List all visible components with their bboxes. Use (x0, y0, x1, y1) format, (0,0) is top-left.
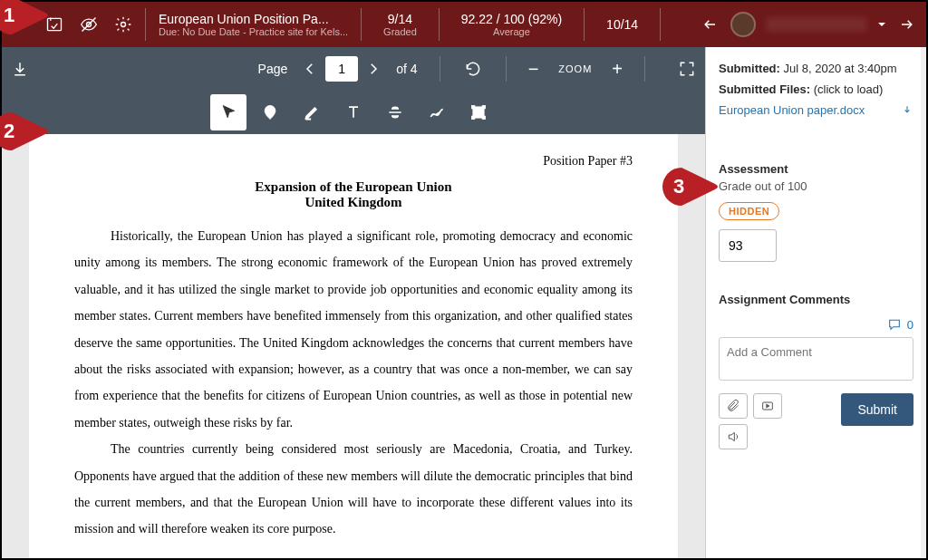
student-name[interactable] (767, 17, 866, 32)
comments-heading: Assignment Comments (719, 293, 914, 306)
paper-number: Position Paper #3 (74, 154, 633, 169)
pointer-tool[interactable] (210, 94, 246, 130)
prev-page-button[interactable] (302, 61, 318, 77)
document-toolbar: Page of 4 − ZOOM + (2, 47, 705, 134)
svg-rect-8 (482, 106, 485, 109)
submitted-file-link[interactable]: European Union paper.docx (719, 103, 865, 117)
audio-comment-button[interactable] (719, 424, 748, 449)
grading-sidebar: Submitted: Jul 8, 2020 at 3:40pm Submitt… (705, 47, 926, 558)
average-label: Average (493, 26, 530, 37)
graded-label: Graded (383, 26, 417, 37)
eye-off-icon[interactable] (80, 15, 98, 34)
page-number-input[interactable] (325, 56, 358, 82)
doc-paragraph-1: Historically, the European Union has pla… (74, 223, 633, 436)
media-comment-button[interactable] (753, 393, 782, 419)
comments-count: 0 (907, 318, 914, 332)
fullscreen-icon[interactable] (678, 60, 696, 78)
svg-rect-10 (482, 116, 485, 119)
svg-point-4 (121, 23, 126, 27)
annotation-marker-1: 1 (0, 0, 51, 34)
svg-rect-9 (472, 116, 475, 119)
comment-icon (887, 317, 902, 332)
assignment-subtitle: Due: No Due Date - Practice site for Kel… (159, 26, 348, 37)
average-score: 92.22 / 100 (92%) (461, 12, 562, 26)
freedraw-tool[interactable] (419, 94, 455, 130)
area-tool[interactable] (460, 94, 497, 130)
document-page[interactable]: Position Paper #3 Expansion of the Europ… (29, 134, 678, 558)
assessment-heading: Assessment (719, 162, 914, 176)
page-label: Page (258, 62, 288, 76)
submitted-date: Jul 8, 2020 at 3:40pm (784, 62, 897, 75)
zoom-out-button[interactable]: − (521, 59, 546, 80)
rotate-icon[interactable] (464, 60, 482, 78)
student-avatar[interactable] (730, 12, 756, 37)
annotation-marker-3: 3 (662, 168, 720, 206)
assignment-title[interactable]: European Union Position Pa... (159, 12, 348, 26)
comment-textarea[interactable] (719, 337, 914, 381)
submit-button[interactable]: Submit (841, 393, 914, 426)
gear-icon[interactable] (114, 15, 132, 34)
grade-scale: Grade out of 100 (719, 179, 914, 193)
annotation-marker-2: 2 (0, 112, 51, 150)
prev-student-button[interactable] (701, 15, 720, 34)
svg-rect-7 (472, 106, 475, 109)
download-icon[interactable] (11, 60, 29, 78)
grade-input[interactable] (719, 229, 777, 262)
next-page-button[interactable] (365, 61, 382, 77)
next-student-button[interactable] (897, 15, 915, 34)
doc-title-1: Expansion of the European Union (74, 179, 633, 195)
student-dropdown-icon[interactable] (877, 20, 886, 29)
highlight-tool[interactable] (294, 94, 330, 130)
sidebar-scrollbar[interactable] (921, 47, 926, 558)
download-file-icon[interactable] (901, 104, 914, 117)
strikethrough-tool[interactable] (377, 94, 413, 130)
submitted-label: Submitted: (719, 62, 780, 75)
files-label: Submitted Files: (719, 82, 810, 96)
text-tool[interactable] (335, 94, 372, 130)
student-position: 10/14 (606, 17, 638, 32)
doc-title-2: United Kingdom (74, 195, 633, 210)
attach-file-button[interactable] (719, 393, 748, 419)
hidden-badge: HIDDEN (719, 202, 779, 220)
zoom-label: ZOOM (553, 63, 597, 74)
page-total: of 4 (396, 62, 417, 76)
speedgrader-header: European Union Position Pa... Due: No Du… (2, 2, 926, 47)
files-hint: (click to load) (814, 82, 884, 96)
zoom-in-button[interactable]: + (604, 59, 630, 80)
point-annotation-tool[interactable] (252, 94, 288, 130)
doc-paragraph-2: The countries currently being considered… (74, 436, 633, 543)
graded-count: 9/14 (388, 12, 412, 26)
